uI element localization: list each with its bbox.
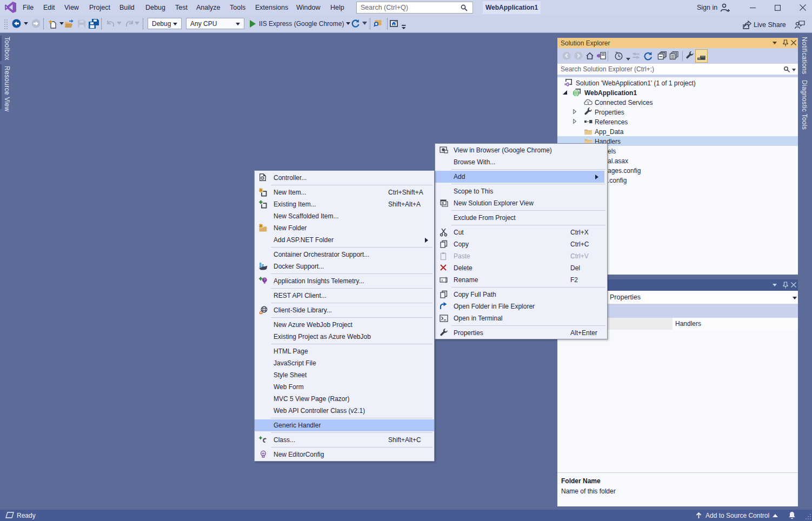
svg-text:x: x — [441, 278, 443, 282]
svg-text:?: ? — [264, 278, 266, 282]
